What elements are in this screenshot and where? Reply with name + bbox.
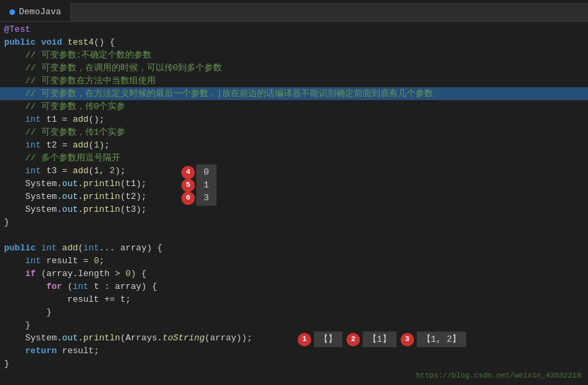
code-line-highlight: // 可变参数，在方法定义时候的最后一个参数，|放在前边的话编译器不能识别确定前… bbox=[0, 87, 588, 100]
watermark: https://blog.csdn.net/weixin_43532218 bbox=[416, 371, 581, 380]
tab-label: DemoJava bbox=[19, 7, 61, 17]
code-line: int t1 = add(); bbox=[0, 113, 588, 126]
code-line bbox=[0, 229, 588, 242]
code-line: for (int t : array) { bbox=[0, 280, 588, 293]
code-line: System.out.println(t1); 5 1 bbox=[0, 177, 588, 190]
active-tab[interactable]: DemoJava bbox=[0, 3, 71, 21]
code-line: public int add(int... array) { bbox=[0, 242, 588, 254]
code-line: } bbox=[0, 357, 588, 370]
tooltip-badge-6: 6 3 bbox=[181, 190, 217, 206]
code-line: return result; bbox=[0, 344, 588, 357]
code-line: // 可变参数，传0个实参 bbox=[0, 100, 588, 113]
code-line: // 多个参数用逗号隔开 bbox=[0, 152, 588, 164]
code-line: int t3 = add(1, 2); 4 0 bbox=[0, 164, 588, 177]
code-line: System.out.println(t2); 6 3 bbox=[0, 190, 588, 203]
code-container: @Test public void test4() { // 可变参数:不确定个… bbox=[0, 22, 588, 371]
code-line: // 可变参数，传1个实参 bbox=[0, 126, 588, 139]
code-line: public void test4() { bbox=[0, 36, 588, 49]
code-line: int result = 0; bbox=[0, 254, 588, 267]
code-line: result += t; bbox=[0, 293, 588, 306]
code-line: // 可变参数:不确定个数的参数 bbox=[0, 49, 588, 62]
code-line: System.out.println(t3); bbox=[0, 203, 588, 216]
code-line: @Test bbox=[0, 23, 588, 36]
code-line: // 可变参数，在调用的时候，可以传0到多个参数 bbox=[0, 62, 588, 74]
code-line: System.out.println(Arrays.toString(array… bbox=[0, 332, 588, 344]
tab-dot bbox=[9, 9, 15, 15]
code-line: } bbox=[0, 319, 588, 332]
code-line: int t2 = add(1); bbox=[0, 139, 588, 152]
code-line: } bbox=[0, 216, 588, 229]
editor-area: DemoJava @Test public void test4() { // … bbox=[0, 0, 588, 385]
code-line: } bbox=[0, 306, 588, 319]
tab-bar: DemoJava bbox=[0, 3, 588, 22]
code-line: if (array.length > 0) { bbox=[0, 267, 588, 280]
code-line: // 可变参数在方法中当数组使用 bbox=[0, 74, 588, 87]
